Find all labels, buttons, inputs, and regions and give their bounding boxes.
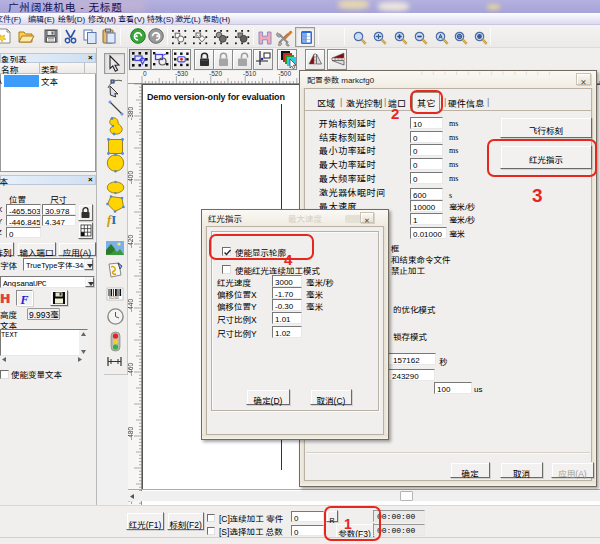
svg-text:812345: 812345 bbox=[109, 296, 119, 300]
